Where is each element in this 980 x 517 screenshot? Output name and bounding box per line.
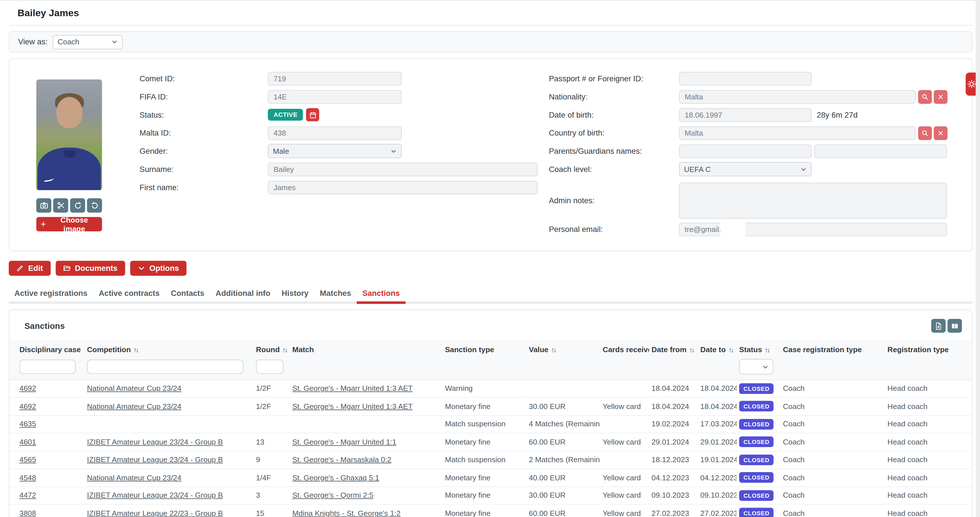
nationality-search-button[interactable] xyxy=(918,90,932,103)
personal-email-input[interactable] xyxy=(679,222,947,236)
disciplinary-case-link[interactable]: 4635 xyxy=(19,420,36,428)
export-excel-button[interactable] xyxy=(931,319,946,333)
first-name-input[interactable] xyxy=(268,181,538,194)
filter-status-select[interactable] xyxy=(739,359,773,374)
disciplinary-case-link[interactable]: 4548 xyxy=(19,473,36,482)
columns-button[interactable] xyxy=(948,319,962,333)
disciplinary-case-link[interactable]: 4692 xyxy=(19,384,36,393)
status-calendar-button[interactable] xyxy=(306,108,320,121)
match-link[interactable]: St. George's - Qormi 2:5 xyxy=(292,491,373,500)
rotate-right-button[interactable] xyxy=(87,198,102,213)
status-badge: CLOSED xyxy=(739,436,774,447)
camera-button[interactable] xyxy=(37,198,51,213)
col-date-to[interactable]: Date to↑↓ xyxy=(698,340,737,355)
tab-contacts[interactable]: Contacts xyxy=(165,285,210,301)
options-button[interactable]: Options xyxy=(130,261,186,276)
col-sanction-type: Sanction type xyxy=(442,340,526,355)
admin-notes-label: Admin notes: xyxy=(549,197,679,205)
folder-open-icon xyxy=(63,265,70,272)
coach-level-label: Coach level: xyxy=(549,165,679,174)
tab-additional-info[interactable]: Additional info xyxy=(210,285,276,301)
tab-active-registrations[interactable]: Active registrations xyxy=(9,285,93,301)
nationality-input[interactable] xyxy=(679,90,916,103)
competition-link[interactable]: National Amateur Cup 23/24 xyxy=(87,473,181,482)
parent-1-input[interactable] xyxy=(679,144,811,158)
competition-link[interactable]: IZIBET Amateur League 22/23 - Group B xyxy=(87,509,223,517)
match-link[interactable]: St. George's - Ghaxaq 5:1 xyxy=(292,473,379,482)
view-as-select[interactable]: Coach xyxy=(52,35,123,49)
disciplinary-case-link[interactable]: 3808 xyxy=(19,509,36,517)
passport-label: Passport # or Foreigner ID: xyxy=(549,74,679,83)
chevron-down-icon xyxy=(137,265,145,272)
competition-link[interactable]: National Amateur Cup 23/24 xyxy=(87,402,181,411)
filter-round[interactable] xyxy=(256,360,284,374)
fifa-id-input[interactable] xyxy=(268,90,402,103)
col-competition[interactable]: Competition↑↓ xyxy=(84,340,253,355)
pencil-icon xyxy=(16,265,24,272)
documents-button[interactable]: Documents xyxy=(56,261,125,276)
match-link[interactable]: Mdina Knights - St. George's 1:2 xyxy=(292,509,401,517)
tab-matches[interactable]: Matches xyxy=(314,285,357,301)
choose-image-button[interactable]: Choose image xyxy=(37,217,102,232)
admin-notes-textarea[interactable] xyxy=(679,182,947,219)
photo-column: Choose image xyxy=(37,69,140,238)
nationality-label: Nationality: xyxy=(549,92,679,101)
competition-link[interactable]: IZIBET Amateur League 23/24 - Group B xyxy=(87,438,223,446)
col-round[interactable]: Round↑↓ xyxy=(253,340,290,355)
tab-history[interactable]: History xyxy=(276,285,314,301)
match-link[interactable]: St. George's - Mgarr United 1:3 AET xyxy=(292,402,412,411)
cards-received-cell: Yellow card xyxy=(600,469,649,487)
competition-link[interactable]: National Amateur Cup 23/24 xyxy=(87,384,181,393)
rotate-left-button[interactable] xyxy=(70,198,85,213)
filter-competition[interactable] xyxy=(87,360,243,374)
competition-link[interactable]: IZIBET Amateur League 23/24 - Group B xyxy=(87,491,223,500)
country-clear-button[interactable] xyxy=(934,126,947,140)
page-title: Bailey James xyxy=(9,0,973,25)
crop-button[interactable] xyxy=(53,198,68,213)
surname-input[interactable] xyxy=(268,162,538,176)
value-cell: 2 Matches (Remaining: 0) xyxy=(526,451,600,469)
comet-id-input[interactable] xyxy=(268,71,402,85)
date-of-birth-input[interactable] xyxy=(679,108,811,122)
col-case-registration-type: Case registration type xyxy=(780,340,885,355)
passport-input[interactable] xyxy=(679,71,811,85)
case-registration-type-cell: Coach xyxy=(780,469,885,487)
date-to-cell: 29.01.2024 xyxy=(698,433,737,451)
search-icon xyxy=(921,93,929,100)
col-date-from[interactable]: Date from↑↓ xyxy=(649,340,698,355)
value-cell xyxy=(526,379,600,397)
col-disciplinary-case[interactable]: Disciplinary case↑↓ xyxy=(10,340,84,355)
col-value[interactable]: Value↑↓ xyxy=(526,340,600,355)
settings-gear-tab[interactable] xyxy=(966,73,976,95)
country-search-button[interactable] xyxy=(918,126,932,140)
sort-icon: ↑↓ xyxy=(728,346,732,353)
value-cell: 30.00 EUR xyxy=(526,397,600,415)
disciplinary-case-link[interactable]: 4565 xyxy=(19,455,36,464)
scrollbar[interactable] xyxy=(976,0,980,517)
disciplinary-case-link[interactable]: 4692 xyxy=(19,402,36,411)
country-of-birth-input[interactable] xyxy=(679,126,916,140)
coach-level-select[interactable]: UEFA C xyxy=(679,162,811,176)
case-registration-type-cell: Coach xyxy=(780,451,885,469)
nationality-clear-button[interactable] xyxy=(934,90,947,103)
scissors-icon xyxy=(57,201,65,209)
tab-sanctions[interactable]: Sanctions xyxy=(357,285,406,304)
view-as-bar: View as: Coach xyxy=(9,31,973,52)
disciplinary-case-link[interactable]: 4472 xyxy=(19,491,36,500)
parent-2-input[interactable] xyxy=(814,144,947,158)
disciplinary-case-link[interactable]: 4601 xyxy=(19,438,36,446)
tab-active-contracts[interactable]: Active contracts xyxy=(93,285,165,301)
value-cell: 40.00 EUR xyxy=(526,469,600,487)
date-from-cell: 27.02.2023 xyxy=(649,504,698,517)
col-status[interactable]: Status↑↓ xyxy=(737,340,780,355)
match-link[interactable]: St. George's - Mgarr United 1:1 xyxy=(292,438,396,446)
sanction-type-cell: Monetary fine xyxy=(442,433,526,451)
value-cell: 30.00 EUR xyxy=(526,487,600,504)
edit-button[interactable]: Edit xyxy=(9,261,51,276)
malta-id-input[interactable] xyxy=(268,126,402,140)
gender-select[interactable]: Male xyxy=(268,144,402,158)
filter-disciplinary-case[interactable] xyxy=(19,360,76,374)
match-link[interactable]: St. George's - Mgarr United 1:3 AET xyxy=(292,384,412,393)
competition-link[interactable]: IZIBET Amateur League 23/24 - Group B xyxy=(87,455,223,464)
match-link[interactable]: St. George's - Marsaskala 0:2 xyxy=(292,455,391,464)
